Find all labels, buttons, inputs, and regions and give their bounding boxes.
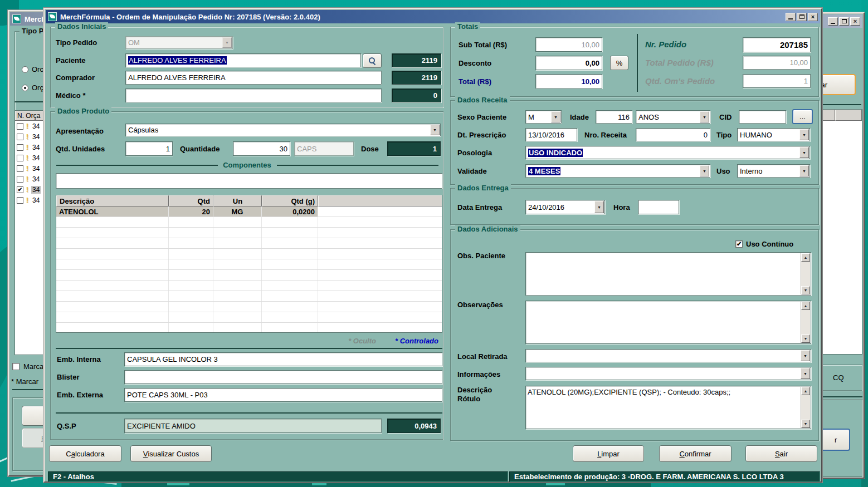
paciente-input[interactable]: ALFREDO ALVES FERREIRA xyxy=(125,53,361,67)
scroll-down-icon[interactable]: ▼ xyxy=(801,420,810,428)
row-checkbox[interactable]: ✔ xyxy=(17,186,23,193)
scroll-up-icon[interactable]: ▲ xyxy=(801,302,810,310)
idade-input[interactable]: 116 xyxy=(596,110,632,124)
grid-row[interactable] xyxy=(56,228,442,238)
chevron-down-icon[interactable]: ▼ xyxy=(594,201,604,213)
main-titlebar[interactable]: MerchFórmula - Ordem de Manipulação Pedi… xyxy=(46,10,820,23)
chevron-down-icon[interactable]: ▼ xyxy=(700,165,709,176)
grid-row[interactable] xyxy=(56,291,442,302)
grid-cell xyxy=(262,249,318,259)
componentes-grid[interactable]: DescriçãoQtdUnQtd (g) ATENOLOL20MG0,0200 xyxy=(56,195,442,333)
maximize-icon[interactable] xyxy=(839,17,849,26)
row-checkbox[interactable] xyxy=(17,176,23,183)
obs-paciente-memo[interactable]: ▲ ▼ xyxy=(525,252,811,296)
componente-search-input[interactable] xyxy=(56,173,442,189)
close-icon[interactable]: × xyxy=(850,17,860,26)
uso-combo[interactable]: Interno ▼ xyxy=(737,164,810,178)
calculadora-button[interactable]: Calculadora xyxy=(49,445,121,462)
grid-row[interactable] xyxy=(56,249,442,259)
row-checkbox[interactable] xyxy=(17,197,23,204)
chevron-down-icon[interactable]: ▼ xyxy=(799,129,809,140)
medico-input[interactable] xyxy=(125,88,382,102)
blister-label: Blister xyxy=(57,373,79,381)
close-icon[interactable]: × xyxy=(808,13,818,21)
grid-row[interactable] xyxy=(56,302,442,312)
percent-button[interactable]: % xyxy=(610,56,628,70)
row-checkbox[interactable] xyxy=(17,144,23,151)
comprador-input[interactable]: ALFREDO ALVES FERREIRA xyxy=(125,71,382,85)
grid-row[interactable] xyxy=(56,270,442,281)
marca-checkbox[interactable] xyxy=(12,363,19,370)
uso-continuo-checkbox[interactable]: ✔ xyxy=(735,240,743,248)
tipo-combo[interactable]: HUMANO ▼ xyxy=(737,128,810,141)
grid-column-header[interactable]: Descrição xyxy=(56,195,169,206)
grid-row[interactable] xyxy=(56,238,442,249)
scrollbar[interactable]: ▲ ▼ xyxy=(801,302,810,343)
informacoes-combo[interactable]: ▼ xyxy=(525,367,811,380)
local-retirada-combo[interactable]: ▼ xyxy=(525,349,811,362)
scrollbar[interactable]: ▲ ▼ xyxy=(801,387,810,428)
minimize-icon[interactable] xyxy=(786,13,796,21)
chevron-down-icon[interactable]: ▼ xyxy=(801,350,810,361)
chevron-down-icon[interactable]: ▼ xyxy=(700,111,709,122)
nro-receita-input[interactable]: 0 xyxy=(636,128,710,141)
scroll-up-icon[interactable]: ▲ xyxy=(801,387,810,395)
scrollbar[interactable]: ▲ ▼ xyxy=(801,253,810,294)
grid-row[interactable] xyxy=(56,217,442,228)
desconto-input[interactable]: 0,00 xyxy=(535,56,602,70)
componentes-header[interactable]: DescriçãoQtdUnQtd (g) xyxy=(56,195,442,206)
minimize-icon[interactable] xyxy=(828,17,838,26)
grid-row[interactable] xyxy=(56,259,442,270)
grid-cell xyxy=(56,323,169,333)
emb-externa-input[interactable]: POTE CAPS 30ML - P03 xyxy=(124,388,442,402)
quantidade-input[interactable]: 30 xyxy=(233,141,290,156)
scroll-down-icon[interactable]: ▼ xyxy=(801,334,810,343)
limpar-button[interactable]: Limpar xyxy=(573,445,644,462)
emb-interna-input[interactable]: CAPSULA GEL INCOLOR 3 xyxy=(124,352,442,366)
row-label: 34 xyxy=(31,133,41,141)
validade-combo[interactable]: 4 MESES ▼ xyxy=(525,164,710,178)
dt-prescricao-input[interactable]: 13/10/2016 xyxy=(525,128,577,141)
grid-column-header[interactable]: Qtd (g) xyxy=(262,195,318,206)
posologia-combo[interactable]: USO INDICADO ▼ xyxy=(525,146,810,159)
chevron-down-icon[interactable]: ▼ xyxy=(551,111,560,122)
radio-orcamento-1[interactable] xyxy=(22,66,28,73)
observacoes-memo[interactable]: ▲ ▼ xyxy=(525,301,811,344)
sexo-combo[interactable]: M ▼ xyxy=(525,110,562,124)
chevron-down-icon[interactable]: ▼ xyxy=(801,368,810,379)
grid-cell xyxy=(262,291,318,301)
grid-column-header[interactable] xyxy=(318,195,442,206)
row-checkbox[interactable] xyxy=(17,134,23,140)
maximize-icon[interactable] xyxy=(797,13,807,21)
idade-unit-combo[interactable]: ANOS ▼ xyxy=(636,110,710,124)
validade-label: Validade xyxy=(457,167,487,175)
grid-row[interactable]: ATENOLOL20MG0,0200 xyxy=(56,206,442,217)
qsp-input[interactable]: EXCIPIENTE AMIDO xyxy=(124,419,382,433)
confirmar-button[interactable]: Confirmar xyxy=(659,445,732,462)
cid-input[interactable] xyxy=(739,110,786,124)
scroll-down-icon[interactable]: ▼ xyxy=(801,286,810,294)
chevron-down-icon[interactable]: ▼ xyxy=(799,165,809,176)
visualizar-custos-button[interactable]: Visualizar Custos xyxy=(130,445,212,462)
hora-input[interactable] xyxy=(638,200,679,214)
paciente-search-button[interactable] xyxy=(363,53,382,68)
data-entrega-combo[interactable]: 24/10/2016 ▼ xyxy=(525,200,605,214)
sair-button[interactable]: Sair xyxy=(745,445,817,462)
qtd-unidades-input[interactable]: 1 xyxy=(125,141,173,156)
cid-lookup-button[interactable]: ... xyxy=(792,109,813,124)
grid-row[interactable] xyxy=(56,281,442,291)
grid-row[interactable] xyxy=(56,323,442,333)
blister-input[interactable] xyxy=(124,370,442,384)
chevron-down-icon[interactable]: ▼ xyxy=(430,125,440,135)
grid-column-header[interactable]: Un xyxy=(213,195,262,206)
row-checkbox[interactable] xyxy=(17,155,23,161)
descricao-rotulo-memo[interactable]: ATENOLOL (20MG);EXCIPIENTE (QSP); - Cont… xyxy=(525,386,811,429)
apresentacao-combo[interactable]: Cápsulas ▼ xyxy=(125,124,441,136)
row-checkbox[interactable] xyxy=(17,123,23,130)
radio-orcamento-2[interactable] xyxy=(22,85,28,91)
row-checkbox[interactable] xyxy=(17,165,23,172)
scroll-up-icon[interactable]: ▲ xyxy=(801,253,810,262)
chevron-down-icon[interactable]: ▼ xyxy=(799,147,809,158)
grid-column-header[interactable]: Qtd xyxy=(169,195,213,206)
grid-row[interactable] xyxy=(56,312,442,323)
